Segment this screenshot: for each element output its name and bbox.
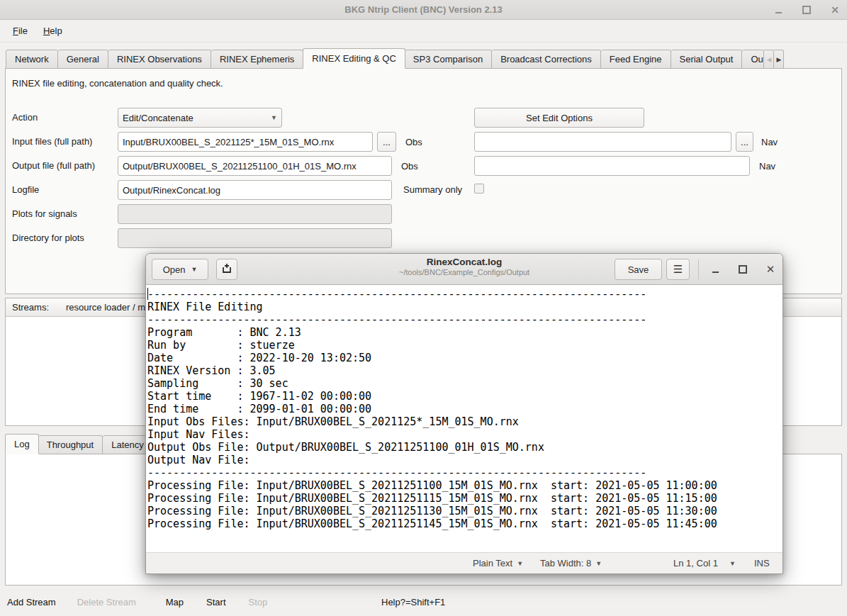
output-obs-tag: Obs bbox=[401, 161, 418, 172]
line-col-dropdown-icon[interactable]: ▼ bbox=[729, 560, 736, 567]
highlight-mode-dropdown[interactable]: Plain Text ▼ bbox=[473, 558, 523, 569]
input-nav-browse-button[interactable]: ... bbox=[736, 132, 753, 152]
start-button[interactable]: Start bbox=[199, 597, 232, 607]
input-files-label: Input files (full path) bbox=[12, 136, 92, 147]
tab-feed-engine[interactable]: Feed Engine bbox=[601, 50, 671, 69]
log-tabbar: Log Throughput Latency bbox=[6, 434, 153, 454]
output-nav-tag: Nav bbox=[759, 161, 775, 172]
stop-button: Stop bbox=[242, 597, 275, 607]
close-icon[interactable]: ✕ bbox=[830, 5, 840, 15]
menubar: File Help bbox=[0, 20, 847, 43]
input-obs-browse-button[interactable]: ... bbox=[377, 132, 396, 152]
document-title: RinexConcat.log bbox=[323, 257, 605, 267]
tab-network[interactable]: Network bbox=[6, 50, 58, 69]
editor-statusbar: Plain Text ▼ Tab Width: 8 ▼ Ln 1, Col 1 … bbox=[146, 552, 783, 573]
text-editing-area[interactable]: ----------------------------------------… bbox=[146, 285, 783, 553]
open-button[interactable]: Open ▼ bbox=[152, 259, 208, 280]
tab-rinex-ephemeris[interactable]: RINEX Ephemeris bbox=[211, 50, 303, 69]
input-nav-tag: Nav bbox=[761, 137, 778, 147]
logfile-label: Logfile bbox=[12, 184, 39, 195]
tab-outages-clipped[interactable]: Ou bbox=[742, 50, 764, 69]
chevron-down-icon: ▼ bbox=[191, 266, 197, 273]
document-path: ~/tools/BNC/Example_Configs/Output bbox=[323, 268, 605, 276]
gedit-headerbar[interactable]: Open ▼ RinexConcat.log ~/tools/BNC/Examp… bbox=[146, 254, 783, 285]
chevron-down-icon: ▼ bbox=[271, 114, 277, 121]
bnc-main-window: BKG Ntrip Client (BNC) Version 2.13 ✕ Fi… bbox=[0, 0, 847, 616]
bottom-action-bar: Add Stream Delete Stream Map Start Stop … bbox=[0, 588, 847, 616]
tab-general[interactable]: General bbox=[58, 50, 108, 69]
add-stream-button[interactable]: Add Stream bbox=[0, 597, 63, 607]
tab-throughput[interactable]: Throughput bbox=[38, 435, 103, 454]
tab-broadcast-corrections[interactable]: Broadcast Corrections bbox=[492, 50, 601, 69]
output-file-obs-field[interactable]: Output/BRUX00BEL_S_20211251100_01H_01S_M… bbox=[118, 156, 392, 176]
text-cursor bbox=[147, 288, 148, 300]
summary-only-checkbox[interactable] bbox=[474, 184, 484, 194]
summary-only-label: Summary only bbox=[403, 184, 462, 195]
action-combobox[interactable]: Edit/Concatenate ▼ bbox=[118, 108, 282, 128]
tab-scroll-right-icon[interactable]: ▶ bbox=[774, 50, 784, 69]
new-document-icon bbox=[221, 263, 232, 276]
insert-mode-indicator: INS bbox=[754, 558, 770, 569]
output-file-label: Output file (full path) bbox=[12, 160, 95, 171]
tab-serial-output[interactable]: Serial Output bbox=[671, 50, 743, 69]
hamburger-menu-button[interactable]: ☰ bbox=[666, 259, 690, 280]
editor-close-icon[interactable]: ✕ bbox=[765, 264, 775, 274]
plots-field bbox=[118, 204, 392, 224]
dir-plots-label: Directory for plots bbox=[12, 233, 84, 243]
action-label: Action bbox=[12, 112, 38, 123]
tab-rinex-editing-qc[interactable]: RINEX Editing & QC bbox=[303, 48, 405, 69]
save-button[interactable]: Save bbox=[615, 259, 662, 280]
input-files-nav-field[interactable] bbox=[474, 132, 731, 152]
menu-file[interactable]: File bbox=[6, 23, 35, 39]
tab-log[interactable]: Log bbox=[5, 434, 39, 454]
input-files-obs-field[interactable]: Input/BRUX00BEL_S_2021125*_15M_01S_MO.rn… bbox=[118, 132, 373, 152]
header-separator bbox=[698, 259, 699, 279]
help-hint: Help?=Shift+F1 bbox=[381, 597, 445, 607]
new-document-button[interactable] bbox=[216, 259, 237, 280]
editor-maximize-icon[interactable] bbox=[738, 264, 748, 274]
plots-label: Plots for signals bbox=[12, 208, 77, 219]
delete-stream-button: Delete Stream bbox=[70, 597, 143, 607]
chevron-down-icon: ▼ bbox=[595, 560, 602, 567]
tab-rinex-observations[interactable]: RINEX Observations bbox=[108, 50, 211, 69]
set-edit-options-button[interactable]: Set Edit Options bbox=[474, 108, 644, 128]
input-obs-tag: Obs bbox=[405, 137, 422, 147]
tab-sp3-comparison[interactable]: SP3 Comparison bbox=[405, 50, 492, 69]
menu-help[interactable]: Help bbox=[36, 23, 69, 39]
editor-minimize-icon[interactable] bbox=[710, 264, 720, 274]
main-window-title: BKG Ntrip Client (BNC) Version 2.13 bbox=[344, 4, 502, 15]
cursor-position-label: Ln 1, Col 1 bbox=[673, 558, 718, 569]
output-file-nav-field[interactable] bbox=[474, 156, 750, 176]
logfile-field[interactable]: Output/RinexConcat.log bbox=[118, 180, 392, 200]
map-button[interactable]: Map bbox=[159, 597, 191, 607]
dir-plots-field bbox=[118, 228, 392, 248]
main-titlebar[interactable]: BKG Ntrip Client (BNC) Version 2.13 ✕ bbox=[0, 0, 847, 20]
streams-label: Streams: bbox=[12, 302, 49, 313]
tab-width-dropdown[interactable]: Tab Width: 8 ▼ bbox=[540, 558, 602, 569]
maximize-icon[interactable] bbox=[802, 5, 812, 15]
tab-scroll-left-icon: ◀ bbox=[764, 50, 774, 69]
log-file-content: ----------------------------------------… bbox=[146, 285, 783, 530]
panel-description: RINEX file editing, concatenation and qu… bbox=[12, 78, 223, 89]
main-tabbar: Network General RINEX Observations RINEX… bbox=[6, 48, 784, 69]
gedit-window: Open ▼ RinexConcat.log ~/tools/BNC/Examp… bbox=[145, 253, 783, 574]
minimize-icon[interactable] bbox=[773, 5, 783, 15]
chevron-down-icon: ▼ bbox=[517, 560, 523, 567]
